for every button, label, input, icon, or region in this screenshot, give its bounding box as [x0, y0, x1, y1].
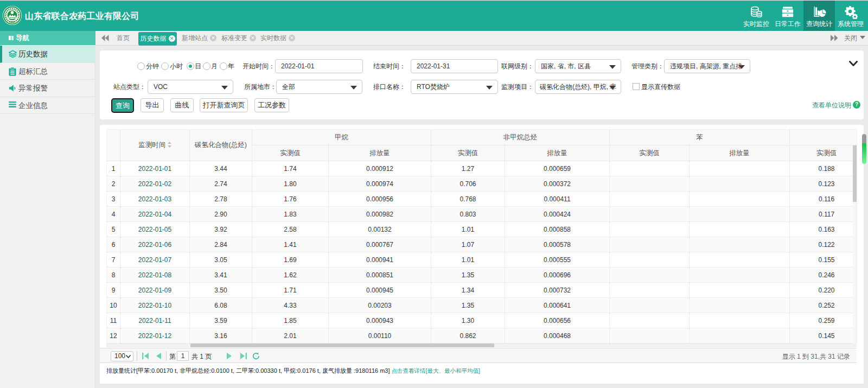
svg-text:?: ?: [855, 101, 858, 107]
svg-text:MEE: MEE: [10, 21, 15, 23]
